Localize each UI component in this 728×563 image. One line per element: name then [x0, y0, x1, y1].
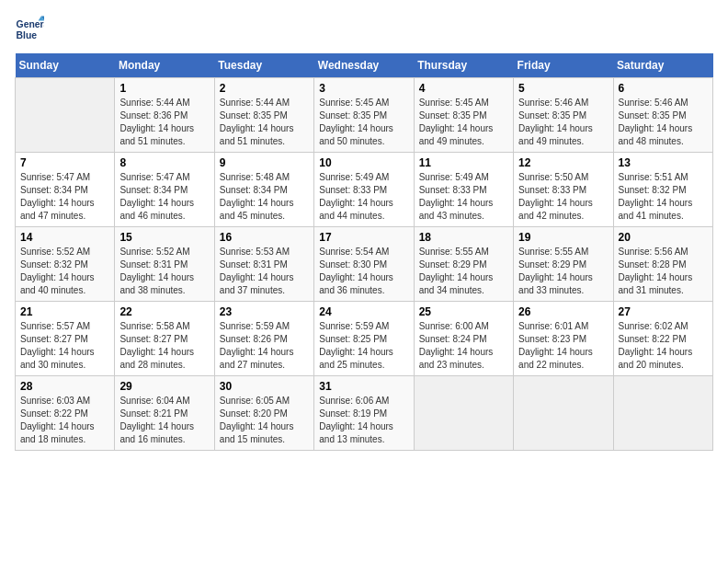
calendar-cell: 14Sunrise: 5:52 AM Sunset: 8:32 PM Dayli…: [16, 227, 115, 302]
calendar-cell: 26Sunrise: 6:01 AM Sunset: 8:23 PM Dayli…: [514, 302, 613, 376]
day-info: Sunrise: 5:49 AM Sunset: 8:33 PM Dayligh…: [419, 171, 508, 223]
calendar-cell: 18Sunrise: 5:55 AM Sunset: 8:29 PM Dayli…: [414, 227, 513, 302]
day-number: 11: [419, 156, 508, 169]
calendar-cell: 19Sunrise: 5:55 AM Sunset: 8:29 PM Dayli…: [514, 227, 613, 302]
calendar-cell: 21Sunrise: 5:57 AM Sunset: 8:27 PM Dayli…: [16, 302, 115, 376]
day-info: Sunrise: 5:59 AM Sunset: 8:25 PM Dayligh…: [319, 320, 408, 372]
calendar-cell: 30Sunrise: 6:05 AM Sunset: 8:20 PM Dayli…: [214, 376, 313, 451]
week-row-5: 28Sunrise: 6:03 AM Sunset: 8:22 PM Dayli…: [16, 376, 713, 451]
day-info: Sunrise: 5:46 AM Sunset: 8:35 PM Dayligh…: [619, 97, 708, 148]
day-info: Sunrise: 5:51 AM Sunset: 8:32 PM Dayligh…: [619, 171, 708, 223]
svg-text:Blue: Blue: [17, 30, 38, 40]
week-row-1: 1Sunrise: 5:44 AM Sunset: 8:36 PM Daylig…: [16, 78, 713, 153]
day-info: Sunrise: 5:44 AM Sunset: 8:36 PM Dayligh…: [119, 97, 209, 148]
day-info: Sunrise: 5:56 AM Sunset: 8:28 PM Dayligh…: [619, 246, 708, 297]
day-info: Sunrise: 5:52 AM Sunset: 8:31 PM Dayligh…: [119, 246, 209, 297]
day-info: Sunrise: 6:01 AM Sunset: 8:23 PM Dayligh…: [518, 320, 608, 372]
day-number: 8: [119, 156, 209, 169]
day-info: Sunrise: 5:44 AM Sunset: 8:35 PM Dayligh…: [220, 97, 309, 148]
calendar-cell: 17Sunrise: 5:54 AM Sunset: 8:30 PM Dayli…: [314, 227, 414, 302]
day-number: 9: [220, 156, 309, 169]
calendar-cell: 28Sunrise: 6:03 AM Sunset: 8:22 PM Dayli…: [16, 376, 115, 451]
day-info: Sunrise: 6:05 AM Sunset: 8:20 PM Dayligh…: [220, 395, 309, 446]
calendar-cell: 8Sunrise: 5:47 AM Sunset: 8:34 PM Daylig…: [115, 153, 214, 227]
calendar-cell: 11Sunrise: 5:49 AM Sunset: 8:33 PM Dayli…: [414, 153, 513, 227]
calendar-cell: [514, 376, 613, 451]
logo: General Blue: [15, 15, 44, 44]
calendar-cell: 15Sunrise: 5:52 AM Sunset: 8:31 PM Dayli…: [115, 227, 214, 302]
week-row-2: 7Sunrise: 5:47 AM Sunset: 8:34 PM Daylig…: [16, 153, 713, 227]
day-number: 1: [119, 82, 209, 95]
day-number: 28: [20, 380, 109, 393]
day-number: 21: [20, 305, 109, 318]
day-info: Sunrise: 5:49 AM Sunset: 8:33 PM Dayligh…: [319, 171, 408, 223]
day-number: 22: [119, 305, 209, 318]
day-number: 2: [220, 82, 309, 95]
day-number: 4: [419, 82, 508, 95]
calendar-cell: 13Sunrise: 5:51 AM Sunset: 8:32 PM Dayli…: [613, 153, 712, 227]
day-info: Sunrise: 5:55 AM Sunset: 8:29 PM Dayligh…: [518, 246, 608, 297]
day-info: Sunrise: 5:48 AM Sunset: 8:34 PM Dayligh…: [220, 171, 309, 223]
day-number: 24: [319, 305, 408, 318]
day-number: 29: [119, 380, 209, 393]
day-number: 20: [619, 231, 708, 244]
week-row-4: 21Sunrise: 5:57 AM Sunset: 8:27 PM Dayli…: [16, 302, 713, 376]
weekday-header-monday: Monday: [115, 53, 214, 78]
weekday-header-row: SundayMondayTuesdayWednesdayThursdayFrid…: [16, 53, 713, 78]
day-number: 25: [419, 305, 508, 318]
weekday-header-tuesday: Tuesday: [214, 53, 313, 78]
calendar-cell: 1Sunrise: 5:44 AM Sunset: 8:36 PM Daylig…: [115, 78, 214, 153]
day-number: 23: [220, 305, 309, 318]
day-number: 18: [419, 231, 508, 244]
calendar-cell: 10Sunrise: 5:49 AM Sunset: 8:33 PM Dayli…: [314, 153, 414, 227]
day-info: Sunrise: 6:03 AM Sunset: 8:22 PM Dayligh…: [20, 395, 109, 446]
calendar-table: SundayMondayTuesdayWednesdayThursdayFrid…: [15, 53, 713, 451]
day-info: Sunrise: 6:00 AM Sunset: 8:24 PM Dayligh…: [419, 320, 508, 372]
calendar-cell: 25Sunrise: 6:00 AM Sunset: 8:24 PM Dayli…: [414, 302, 513, 376]
calendar-cell: [613, 376, 712, 451]
day-number: 19: [518, 231, 608, 244]
week-row-3: 14Sunrise: 5:52 AM Sunset: 8:32 PM Dayli…: [16, 227, 713, 302]
day-number: 13: [619, 156, 708, 169]
day-info: Sunrise: 5:45 AM Sunset: 8:35 PM Dayligh…: [419, 97, 508, 148]
day-info: Sunrise: 5:53 AM Sunset: 8:31 PM Dayligh…: [220, 246, 309, 297]
calendar-cell: 22Sunrise: 5:58 AM Sunset: 8:27 PM Dayli…: [115, 302, 214, 376]
day-info: Sunrise: 6:06 AM Sunset: 8:19 PM Dayligh…: [319, 395, 408, 446]
calendar-cell: 9Sunrise: 5:48 AM Sunset: 8:34 PM Daylig…: [214, 153, 313, 227]
calendar-cell: 3Sunrise: 5:45 AM Sunset: 8:35 PM Daylig…: [314, 78, 414, 153]
calendar-cell: 2Sunrise: 5:44 AM Sunset: 8:35 PM Daylig…: [214, 78, 313, 153]
day-number: 14: [20, 231, 109, 244]
day-info: Sunrise: 5:59 AM Sunset: 8:26 PM Dayligh…: [220, 320, 309, 372]
calendar-cell: 24Sunrise: 5:59 AM Sunset: 8:25 PM Dayli…: [314, 302, 414, 376]
svg-text:General: General: [17, 19, 44, 29]
calendar-cell: 12Sunrise: 5:50 AM Sunset: 8:33 PM Dayli…: [514, 153, 613, 227]
calendar-cell: 4Sunrise: 5:45 AM Sunset: 8:35 PM Daylig…: [414, 78, 513, 153]
calendar-cell: 29Sunrise: 6:04 AM Sunset: 8:21 PM Dayli…: [115, 376, 214, 451]
day-number: 6: [619, 82, 708, 95]
calendar-cell: 27Sunrise: 6:02 AM Sunset: 8:22 PM Dayli…: [613, 302, 712, 376]
day-number: 5: [518, 82, 608, 95]
day-info: Sunrise: 5:54 AM Sunset: 8:30 PM Dayligh…: [319, 246, 408, 297]
day-info: Sunrise: 6:04 AM Sunset: 8:21 PM Dayligh…: [119, 395, 209, 446]
day-number: 17: [319, 231, 408, 244]
calendar-cell: 31Sunrise: 6:06 AM Sunset: 8:19 PM Dayli…: [314, 376, 414, 451]
calendar-cell: 20Sunrise: 5:56 AM Sunset: 8:28 PM Dayli…: [613, 227, 712, 302]
day-info: Sunrise: 5:50 AM Sunset: 8:33 PM Dayligh…: [518, 171, 608, 223]
day-info: Sunrise: 5:45 AM Sunset: 8:35 PM Dayligh…: [319, 97, 408, 148]
day-info: Sunrise: 5:55 AM Sunset: 8:29 PM Dayligh…: [419, 246, 508, 297]
calendar-cell: 7Sunrise: 5:47 AM Sunset: 8:34 PM Daylig…: [16, 153, 115, 227]
day-number: 30: [220, 380, 309, 393]
day-info: Sunrise: 5:52 AM Sunset: 8:32 PM Dayligh…: [20, 246, 109, 297]
day-info: Sunrise: 5:57 AM Sunset: 8:27 PM Dayligh…: [20, 320, 109, 372]
calendar-cell: [414, 376, 513, 451]
weekday-header-wednesday: Wednesday: [314, 53, 414, 78]
calendar-cell: 23Sunrise: 5:59 AM Sunset: 8:26 PM Dayli…: [214, 302, 313, 376]
logo-icon: General Blue: [15, 15, 44, 44]
weekday-header-saturday: Saturday: [613, 53, 712, 78]
calendar-cell: 16Sunrise: 5:53 AM Sunset: 8:31 PM Dayli…: [214, 227, 313, 302]
day-number: 16: [220, 231, 309, 244]
weekday-header-friday: Friday: [514, 53, 613, 78]
day-number: 10: [319, 156, 408, 169]
day-number: 27: [619, 305, 708, 318]
calendar-cell: 5Sunrise: 5:46 AM Sunset: 8:35 PM Daylig…: [514, 78, 613, 153]
